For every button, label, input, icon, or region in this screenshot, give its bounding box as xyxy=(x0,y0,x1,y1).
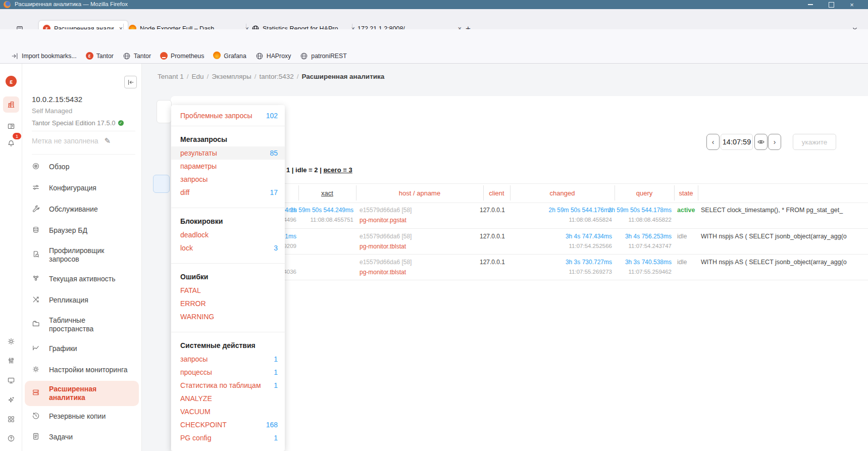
sidebar-item-replication[interactable]: Репликация xyxy=(25,290,139,311)
sidebar-item-query-profiler[interactable]: Профилировщик запросов xyxy=(25,241,139,269)
notification-badge: 1 xyxy=(13,133,21,139)
rail-item-ai-sparkles[interactable] xyxy=(3,392,19,408)
menu-item-процессы[interactable]: процессы1 xyxy=(171,366,285,379)
total-link[interactable]: всего = 3 xyxy=(323,166,352,174)
xact-cell-timestamp: 11:08:08.455751 xyxy=(311,217,353,223)
breadcrumb-item[interactable]: Экземпляры xyxy=(212,73,251,80)
bookmark-2[interactable]: εTantor xyxy=(82,51,117,61)
query-time-cell-timestamp: 11:08:08.455822 xyxy=(629,217,672,223)
rail-item-settings-gear[interactable] xyxy=(3,333,19,349)
menu-item-параметры[interactable]: параметры xyxy=(171,160,285,173)
menu-item-label: ANALYZE xyxy=(180,394,278,403)
menu-section: Блокировкиdeadlocklock3 xyxy=(171,208,285,255)
host-cell: e15579d66da6 [58] xyxy=(360,207,412,214)
sidebar-item-overview[interactable]: Обзор xyxy=(25,157,139,178)
close-button[interactable]: × xyxy=(848,2,855,8)
sidebar-item-advanced-analytics[interactable]: Расширенная аналитика xyxy=(25,381,139,406)
sidebar-item-configuration[interactable]: Конфигурация xyxy=(25,178,139,199)
selected-filter-chip-fragment xyxy=(153,175,170,193)
sidebar-item-current-activity[interactable]: Текущая активность xyxy=(25,269,139,290)
menu-item-error[interactable]: ERROR xyxy=(171,297,285,310)
sidebar-item-backups[interactable]: Резервные копии xyxy=(25,406,139,427)
sidebar-item-monitoring-settings[interactable]: Настройки мониторинга xyxy=(25,360,139,381)
menu-section-title: Блокировки xyxy=(171,214,285,228)
instance-edition: Tantor Special Edition 17.5.0✓ xyxy=(32,119,124,127)
duration-cell-timestamp: 4496 xyxy=(283,217,296,223)
edit-pencil-icon[interactable]: ✎ xyxy=(105,136,111,145)
sidebar-item-tasks[interactable]: Задачи xyxy=(25,427,139,447)
sidebar-collapse-button[interactable] xyxy=(124,76,137,88)
changed-cell[interactable]: 3h 3s 730.727ms xyxy=(566,259,612,266)
bookmark-1[interactable]: Import bookmarks... xyxy=(7,51,80,62)
minimize-button[interactable] xyxy=(807,2,814,8)
query-text-cell: SELECT clock_timestamp(), * FROM pg_stat… xyxy=(701,207,866,214)
changed-cell[interactable]: 3h 4s 747.434ms xyxy=(566,233,612,240)
query-time-cell[interactable]: 3h 3s 740.538ms xyxy=(625,259,672,266)
column-header-xact[interactable]: xact xyxy=(298,183,356,203)
rail-item-display[interactable] xyxy=(3,372,19,388)
current-activity-icon xyxy=(32,274,42,284)
charts-icon xyxy=(32,344,42,354)
rail-item-apps-grid[interactable] xyxy=(3,411,19,427)
menu-item-fatal[interactable]: FATAL xyxy=(171,284,285,297)
time-display[interactable]: 14:07:59 xyxy=(721,134,753,150)
menu-item-vacuum[interactable]: VACUUM xyxy=(171,405,285,418)
menu-item-deadlock[interactable]: deadlock xyxy=(171,228,285,241)
menu-item-problem-queries[interactable]: Проблемные запросы 102 xyxy=(171,105,285,126)
breadcrumb-separator: / xyxy=(297,73,299,80)
sidebar-item-label: Профилировщик запросов xyxy=(49,246,104,264)
sidebar-item-label: Текущая активность xyxy=(49,275,116,284)
window-titlebar: Расширенная аналитика — Mozilla Firefox … xyxy=(0,0,868,9)
bookmark-4[interactable]: Prometheus xyxy=(157,51,208,61)
duration-cell-timestamp: 9209 xyxy=(283,243,296,249)
breadcrumb-item[interactable]: tantor:5432 xyxy=(259,73,293,80)
breadcrumb-item[interactable]: Edu xyxy=(192,73,204,80)
menu-item-diff[interactable]: diff17 xyxy=(171,186,285,199)
menu-item-запросы[interactable]: запросы1 xyxy=(171,353,285,366)
rail-item-help[interactable] xyxy=(3,430,19,446)
globe-icon xyxy=(256,52,264,60)
replication-icon xyxy=(32,295,42,306)
query-time-cell[interactable]: 2h 59m 50s 544.178ms xyxy=(608,207,672,214)
bookmark-7[interactable]: patroniREST xyxy=(296,51,350,62)
breadcrumb-item[interactable]: Tenant 1 xyxy=(158,73,184,80)
time-next-button[interactable]: › xyxy=(768,134,781,150)
menu-item-запросы[interactable]: запросы xyxy=(171,173,285,186)
maximize-button[interactable] xyxy=(828,2,835,8)
menu-item-результаты[interactable]: результаты85 xyxy=(171,146,285,160)
sidebar-item-label: Расширенная аналитика xyxy=(49,385,96,403)
menu-section-title: Системные действия xyxy=(171,338,285,353)
changed-cell[interactable]: 2h 59m 50s 544.176ms xyxy=(549,207,612,214)
menu-item-warning[interactable]: WARNING xyxy=(171,310,285,323)
xact-cell[interactable]: 2h 59m 50s 544.249ms xyxy=(290,207,353,214)
building-icon xyxy=(7,101,15,109)
time-prev-button[interactable]: ‹ xyxy=(706,134,720,150)
specify-time-button[interactable]: укажите xyxy=(793,134,836,150)
rail-item-bell[interactable]: 1 xyxy=(3,135,19,152)
tantor-icon: ε xyxy=(86,52,93,60)
bookmark-6[interactable]: HAProxy xyxy=(252,51,295,62)
sidebar-item-charts[interactable]: Графики xyxy=(25,338,139,360)
bell-icon xyxy=(7,139,15,147)
bookmark-3[interactable]: Tantor xyxy=(119,51,155,62)
bookmark-5[interactable]: Grafana xyxy=(210,50,249,62)
eye-toggle-button[interactable] xyxy=(754,134,768,150)
sidebar-item-maintenance[interactable]: Обслуживание xyxy=(25,199,139,220)
query-time-cell[interactable]: 3h 4s 756.253ms xyxy=(625,233,672,240)
rail-item-docs[interactable] xyxy=(3,118,19,134)
column-divider xyxy=(674,185,675,201)
tasks-icon xyxy=(32,432,42,442)
rail-item-filters[interactable] xyxy=(3,353,19,369)
tantor-logo[interactable]: ε xyxy=(6,76,17,87)
menu-item-pg-config[interactable]: PG config1 xyxy=(171,431,285,444)
sidebar-item-tablespaces[interactable]: Табличные пространства xyxy=(25,311,139,338)
sidebar-item-db-browser[interactable]: Браузер БД xyxy=(25,220,139,241)
breadcrumb: Tenant 1/Edu/Экземпляры/tantor:5432/Расш… xyxy=(158,73,384,80)
bookmark-label: patroniREST xyxy=(311,53,346,60)
menu-item-analyze[interactable]: ANALYZE xyxy=(171,392,285,405)
menu-item-checkpoint[interactable]: CHECKPOINT168 xyxy=(171,418,285,431)
menu-item-статистика-по-таблицам[interactable]: Статистика по таблицам1 xyxy=(171,379,285,392)
rail-item-building[interactable] xyxy=(3,96,19,113)
menu-item-lock[interactable]: lock3 xyxy=(171,241,285,255)
host-cell: e15579d66da6 [58] xyxy=(360,259,412,266)
